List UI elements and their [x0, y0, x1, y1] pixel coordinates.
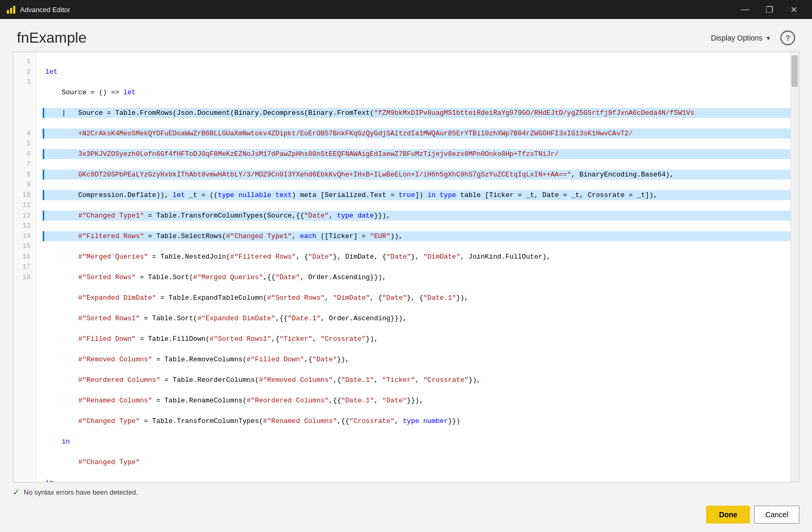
svg-rect-1 — [10, 8, 12, 14]
scrollbar-track[interactable] — [790, 52, 799, 482]
code-line-3b: +N2CrAksK4MeoSMekQYDFuEDoaWwZrB6BLLGUaXm… — [43, 129, 795, 139]
title-bar-title: Advanced Editor — [20, 6, 733, 14]
code-line-4: #"Changed Type1" = Table.TransformColumn… — [43, 211, 795, 221]
display-options-button[interactable]: Display Options ▼ — [706, 31, 776, 45]
code-line-17: in — [43, 478, 795, 482]
code-line-7: #"Sorted Rows" = Table.Sort(#"Merged Que… — [43, 272, 795, 283]
restore-button[interactable]: ❐ — [757, 0, 781, 19]
code-line-3: | Source = Table.FromRows(Json.Document(… — [43, 108, 795, 119]
done-button[interactable]: Done — [706, 506, 750, 524]
cancel-button[interactable]: Cancel — [754, 506, 799, 524]
svg-rect-2 — [13, 6, 15, 14]
main-content: fnExample Display Options ▼ ? 1 2 3 4 5 … — [0, 19, 812, 532]
footer-row: Done Cancel — [0, 501, 812, 532]
svg-rect-0 — [7, 10, 9, 14]
help-button[interactable]: ? — [780, 31, 795, 45]
minimize-button[interactable]: — — [733, 0, 757, 19]
code-line-13: #"Renamed Columns" = Table.RenameColumns… — [43, 396, 795, 406]
code-line-5: #"Filtered Rows" = Table.SelectRows(#"Ch… — [43, 231, 795, 242]
code-line-3d: GKc9DT20SPbPEaLYzGzyHxbkIThAbt8vmwHAtbLY… — [43, 170, 795, 180]
power-bi-icon — [6, 5, 16, 14]
code-line-14: #"Changed Type" = Table.TransformColumnT… — [43, 416, 795, 427]
code-line-8: #"Expanded DimDate" = Table.ExpandTableC… — [43, 293, 795, 303]
window-controls: — ❐ ✕ — [733, 0, 806, 19]
chevron-down-icon: ▼ — [766, 35, 771, 41]
code-line-15: in — [43, 437, 795, 447]
code-content[interactable]: let Source = () => let | Source = Table.… — [36, 52, 799, 482]
close-button[interactable]: ✕ — [781, 0, 806, 19]
page-title: fnExample — [17, 29, 706, 46]
title-bar: Advanced Editor — ❐ ✕ — [0, 0, 812, 19]
header-row: fnExample Display Options ▼ ? — [0, 19, 812, 52]
status-message: No syntax errors have been detected. — [24, 488, 138, 496]
code-line-9: #"Sorted Rows1" = Table.Sort(#"Expanded … — [43, 313, 795, 324]
code-line-16: #"Changed Type" — [43, 457, 795, 468]
status-bar: ✓ No syntax errors have been detected. — [0, 482, 812, 501]
status-check-icon: ✓ — [13, 487, 19, 497]
code-line-11: #"Removed Columns" = Table.RemoveColumns… — [43, 354, 795, 365]
scrollbar-thumb[interactable] — [791, 55, 798, 87]
code-line-6: #"Merged Queries" = Table.NestedJoin(#"F… — [43, 252, 795, 262]
code-editor[interactable]: 1 2 3 4 5 6 7 8 9 10 11 12 13 14 15 16 1… — [13, 52, 799, 482]
code-line-10: #"Filled Down" = Table.FillDown(#"Sorted… — [43, 334, 795, 344]
line-numbers: 1 2 3 4 5 6 7 8 9 10 11 12 13 14 15 16 1… — [13, 52, 36, 482]
display-options-label: Display Options — [711, 34, 763, 42]
code-line-3c: 3x3PKJVZOSyezh0Lofn6Gf4fHFToDJ0qF8MeKzEZ… — [43, 149, 795, 160]
code-line-12: #"Reordered Columns" = Table.ReorderColu… — [43, 375, 795, 386]
code-line-1: let — [43, 67, 795, 77]
code-line-2: Source = () => let — [43, 87, 795, 98]
code-line-3e: Compression.Deflate)), let _t = ((type n… — [43, 190, 795, 201]
